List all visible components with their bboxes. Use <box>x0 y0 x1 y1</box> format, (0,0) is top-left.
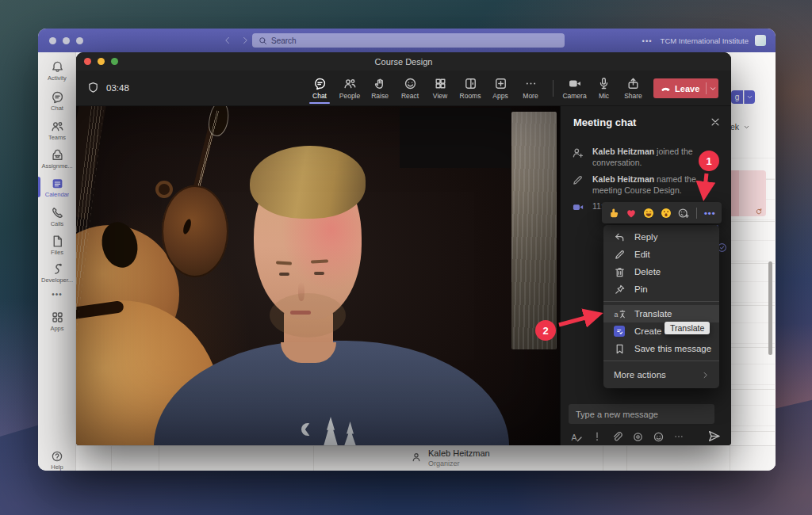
heart-icon[interactable] <box>625 207 638 219</box>
surprised-icon[interactable] <box>660 207 672 219</box>
desktop: Search ••• TCM International Institute A… <box>0 0 812 515</box>
leave-options-button[interactable] <box>707 85 718 93</box>
sidebar-item-calendar[interactable]: Calendar <box>38 174 76 200</box>
raise-hand-icon <box>373 77 387 90</box>
loop-icon[interactable] <box>632 431 644 443</box>
thumbs-up-icon[interactable] <box>607 207 620 219</box>
laughing-icon[interactable] <box>642 207 655 219</box>
back-icon[interactable] <box>223 36 232 45</box>
menu-item-edit[interactable]: Edit <box>603 246 719 263</box>
sidebar-item-help[interactable]: Help <box>38 447 76 471</box>
add-reaction-icon[interactable] <box>677 207 690 219</box>
format-icon[interactable]: A <box>570 430 583 443</box>
apps-icon <box>51 311 64 324</box>
tab-apps[interactable]: Apps <box>485 71 515 106</box>
meeting-window: Course Design 03:48 Chat People Raise <box>76 52 731 445</box>
avatar[interactable] <box>755 35 766 46</box>
chevron-down-icon <box>743 124 750 131</box>
organizer-role: Organizer <box>428 460 490 467</box>
share-icon <box>626 77 640 90</box>
sidebar-item-teams[interactable]: Teams <box>38 116 76 143</box>
translate-icon: a <box>614 308 626 320</box>
week-view-dropdown[interactable]: ek <box>730 122 750 132</box>
send-icon[interactable] <box>707 429 721 443</box>
tab-chat[interactable]: Chat <box>304 71 335 106</box>
file-icon <box>51 235 64 248</box>
menu-item-more-actions[interactable]: More actions <box>603 364 719 385</box>
sidebar-item-files[interactable]: Files <box>38 231 76 258</box>
menu-item-save-message[interactable]: Save this message <box>603 340 719 357</box>
menu-item-pin[interactable]: Pin <box>603 280 719 298</box>
zoom-window-button[interactable] <box>76 37 83 44</box>
pencil-icon <box>614 249 626 261</box>
compose-toolbar: A <box>570 430 684 443</box>
trash-icon <box>614 266 626 278</box>
leave-button[interactable]: Leave <box>653 78 718 98</box>
sidebar-item-more[interactable]: ••• <box>38 285 76 303</box>
sidebar-item-chat[interactable]: Chat <box>38 87 76 114</box>
priority-icon[interactable] <box>592 431 603 442</box>
tab-people[interactable]: People <box>335 71 365 106</box>
calendar-icon <box>51 177 64 190</box>
organizer-name: Kaleb Heitzman <box>428 448 490 458</box>
sidebar-item-activity[interactable]: Activity <box>38 57 76 84</box>
toolbar-separator <box>553 80 553 97</box>
menu-item-delete[interactable]: Delete <box>603 263 719 280</box>
teams-icon <box>51 120 64 133</box>
help-icon <box>51 450 63 463</box>
tab-more[interactable]: More <box>515 71 546 106</box>
meeting-toolbar: 03:48 Chat People Raise React <box>76 71 731 106</box>
join-options-button[interactable] <box>744 90 755 104</box>
close-window-button[interactable] <box>49 37 56 44</box>
planner-icon <box>614 326 625 337</box>
tab-react[interactable]: React <box>395 71 425 106</box>
close-icon[interactable] <box>710 116 721 128</box>
chat-panel-title: Meeting chat <box>573 116 636 128</box>
system-message: Kaleb Heitzman named the meeting Course … <box>572 174 725 196</box>
emoji-icon[interactable] <box>653 431 665 443</box>
compose-more-icon[interactable] <box>673 431 684 442</box>
join-meeting-button[interactable]: g <box>731 90 743 104</box>
mic-button[interactable]: Mic <box>589 71 619 106</box>
camera-button[interactable]: Camera <box>560 71 589 106</box>
pin-icon <box>614 284 626 296</box>
search-placeholder: Search <box>271 36 297 45</box>
chevron-right-icon <box>701 371 710 380</box>
search-input[interactable]: Search <box>252 33 565 48</box>
more-icon: ••• <box>52 290 63 299</box>
recurrence-icon <box>755 208 763 216</box>
reply-icon <box>614 231 626 243</box>
message-more-options-icon[interactable]: ••• <box>702 208 716 218</box>
teams-titlebar: Search ••• TCM International Institute <box>38 29 776 52</box>
chat-bubble-icon <box>313 77 327 90</box>
titlebar-more-icon[interactable]: ••• <box>642 36 653 45</box>
video-feed <box>76 106 560 445</box>
developer-icon <box>51 262 64 276</box>
share-button[interactable]: Share <box>619 71 648 106</box>
message-input[interactable]: Type a new message <box>569 404 714 424</box>
search-icon <box>259 36 267 45</box>
message-context-menu: Reply Edit Delete Pin a Translate <box>603 225 719 388</box>
apps-plus-icon <box>494 77 508 90</box>
backpack-icon <box>51 148 64 162</box>
attach-icon[interactable] <box>611 431 623 443</box>
calendar-scrollbar[interactable] <box>768 261 772 355</box>
sidebar-item-apps[interactable]: Apps <box>38 307 76 334</box>
menu-item-translate[interactable]: a Translate <box>603 305 719 322</box>
tab-raise[interactable]: Raise <box>365 71 395 106</box>
menu-item-reply[interactable]: Reply <box>603 228 719 246</box>
reaction-bar: ••• <box>602 202 722 223</box>
svg-text:A: A <box>572 433 577 442</box>
tab-view[interactable]: View <box>425 71 455 106</box>
shield-icon <box>87 82 99 93</box>
chevron-down-icon <box>746 93 753 101</box>
sidebar-item-assignments[interactable]: Assignme... <box>38 145 76 172</box>
bookmark-icon <box>614 343 626 355</box>
sidebar-item-developer[interactable]: Developer... <box>38 259 76 286</box>
app-sidebar: Activity Chat Teams Assignme... Calendar… <box>38 52 76 471</box>
tab-rooms[interactable]: Rooms <box>455 71 485 106</box>
minimize-window-button[interactable] <box>63 37 70 44</box>
forward-icon[interactable] <box>240 36 250 45</box>
sidebar-item-calls[interactable]: Calls <box>38 203 76 230</box>
meeting-titlebar: Course Design <box>76 52 731 71</box>
